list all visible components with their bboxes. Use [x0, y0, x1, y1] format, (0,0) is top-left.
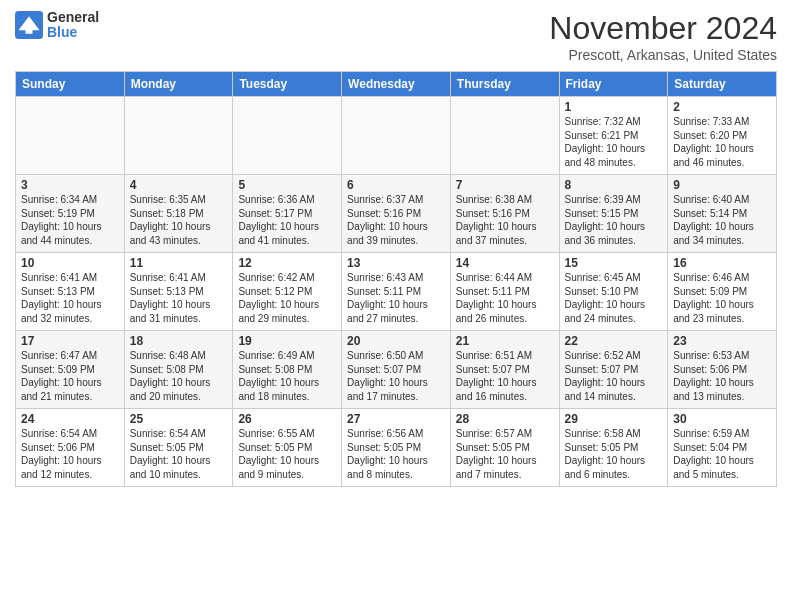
calendar-cell: 17Sunrise: 6:47 AM Sunset: 5:09 PM Dayli… [16, 331, 125, 409]
day-info: Sunrise: 6:37 AM Sunset: 5:16 PM Dayligh… [347, 193, 445, 247]
day-number: 29 [565, 412, 663, 426]
day-info: Sunrise: 6:35 AM Sunset: 5:18 PM Dayligh… [130, 193, 228, 247]
weekday-header-monday: Monday [124, 72, 233, 97]
day-info: Sunrise: 6:47 AM Sunset: 5:09 PM Dayligh… [21, 349, 119, 403]
page: General Blue November 2024 Prescott, Ark… [0, 0, 792, 497]
day-info: Sunrise: 6:59 AM Sunset: 5:04 PM Dayligh… [673, 427, 771, 481]
calendar-cell: 28Sunrise: 6:57 AM Sunset: 5:05 PM Dayli… [450, 409, 559, 487]
day-number: 1 [565, 100, 663, 114]
day-info: Sunrise: 6:42 AM Sunset: 5:12 PM Dayligh… [238, 271, 336, 325]
day-number: 14 [456, 256, 554, 270]
day-number: 5 [238, 178, 336, 192]
day-info: Sunrise: 6:48 AM Sunset: 5:08 PM Dayligh… [130, 349, 228, 403]
day-info: Sunrise: 6:36 AM Sunset: 5:17 PM Dayligh… [238, 193, 336, 247]
calendar-cell: 11Sunrise: 6:41 AM Sunset: 5:13 PM Dayli… [124, 253, 233, 331]
day-number: 18 [130, 334, 228, 348]
day-info: Sunrise: 6:49 AM Sunset: 5:08 PM Dayligh… [238, 349, 336, 403]
day-info: Sunrise: 6:43 AM Sunset: 5:11 PM Dayligh… [347, 271, 445, 325]
calendar-cell: 7Sunrise: 6:38 AM Sunset: 5:16 PM Daylig… [450, 175, 559, 253]
day-number: 21 [456, 334, 554, 348]
calendar-cell [342, 97, 451, 175]
calendar-cell: 4Sunrise: 6:35 AM Sunset: 5:18 PM Daylig… [124, 175, 233, 253]
day-info: Sunrise: 6:58 AM Sunset: 5:05 PM Dayligh… [565, 427, 663, 481]
calendar-cell: 16Sunrise: 6:46 AM Sunset: 5:09 PM Dayli… [668, 253, 777, 331]
calendar-cell: 12Sunrise: 6:42 AM Sunset: 5:12 PM Dayli… [233, 253, 342, 331]
week-row-2: 3Sunrise: 6:34 AM Sunset: 5:19 PM Daylig… [16, 175, 777, 253]
day-info: Sunrise: 7:32 AM Sunset: 6:21 PM Dayligh… [565, 115, 663, 169]
calendar-cell: 5Sunrise: 6:36 AM Sunset: 5:17 PM Daylig… [233, 175, 342, 253]
calendar-cell: 13Sunrise: 6:43 AM Sunset: 5:11 PM Dayli… [342, 253, 451, 331]
week-row-1: 1Sunrise: 7:32 AM Sunset: 6:21 PM Daylig… [16, 97, 777, 175]
calendar-cell [233, 97, 342, 175]
day-info: Sunrise: 6:57 AM Sunset: 5:05 PM Dayligh… [456, 427, 554, 481]
calendar-cell: 3Sunrise: 6:34 AM Sunset: 5:19 PM Daylig… [16, 175, 125, 253]
day-info: Sunrise: 6:46 AM Sunset: 5:09 PM Dayligh… [673, 271, 771, 325]
weekday-header-thursday: Thursday [450, 72, 559, 97]
day-info: Sunrise: 6:40 AM Sunset: 5:14 PM Dayligh… [673, 193, 771, 247]
calendar-cell: 1Sunrise: 7:32 AM Sunset: 6:21 PM Daylig… [559, 97, 668, 175]
calendar-cell: 30Sunrise: 6:59 AM Sunset: 5:04 PM Dayli… [668, 409, 777, 487]
day-number: 2 [673, 100, 771, 114]
weekday-header-sunday: Sunday [16, 72, 125, 97]
day-info: Sunrise: 6:45 AM Sunset: 5:10 PM Dayligh… [565, 271, 663, 325]
logo-icon [15, 11, 43, 39]
calendar-cell: 2Sunrise: 7:33 AM Sunset: 6:20 PM Daylig… [668, 97, 777, 175]
calendar-cell: 20Sunrise: 6:50 AM Sunset: 5:07 PM Dayli… [342, 331, 451, 409]
calendar-cell: 27Sunrise: 6:56 AM Sunset: 5:05 PM Dayli… [342, 409, 451, 487]
calendar-cell [450, 97, 559, 175]
calendar-cell: 22Sunrise: 6:52 AM Sunset: 5:07 PM Dayli… [559, 331, 668, 409]
calendar-table: SundayMondayTuesdayWednesdayThursdayFrid… [15, 71, 777, 487]
day-info: Sunrise: 6:53 AM Sunset: 5:06 PM Dayligh… [673, 349, 771, 403]
day-number: 16 [673, 256, 771, 270]
calendar-cell: 25Sunrise: 6:54 AM Sunset: 5:05 PM Dayli… [124, 409, 233, 487]
day-info: Sunrise: 6:56 AM Sunset: 5:05 PM Dayligh… [347, 427, 445, 481]
logo: General Blue [15, 10, 99, 41]
day-number: 9 [673, 178, 771, 192]
day-number: 24 [21, 412, 119, 426]
day-number: 23 [673, 334, 771, 348]
calendar-cell: 8Sunrise: 6:39 AM Sunset: 5:15 PM Daylig… [559, 175, 668, 253]
day-number: 11 [130, 256, 228, 270]
day-number: 8 [565, 178, 663, 192]
calendar-header: SundayMondayTuesdayWednesdayThursdayFrid… [16, 72, 777, 97]
day-number: 17 [21, 334, 119, 348]
weekday-header-friday: Friday [559, 72, 668, 97]
day-number: 26 [238, 412, 336, 426]
calendar-cell [124, 97, 233, 175]
day-info: Sunrise: 6:44 AM Sunset: 5:11 PM Dayligh… [456, 271, 554, 325]
weekday-header-saturday: Saturday [668, 72, 777, 97]
calendar-cell: 14Sunrise: 6:44 AM Sunset: 5:11 PM Dayli… [450, 253, 559, 331]
day-info: Sunrise: 6:34 AM Sunset: 5:19 PM Dayligh… [21, 193, 119, 247]
day-number: 22 [565, 334, 663, 348]
month-title: November 2024 [549, 10, 777, 47]
calendar-cell: 15Sunrise: 6:45 AM Sunset: 5:10 PM Dayli… [559, 253, 668, 331]
calendar-cell: 10Sunrise: 6:41 AM Sunset: 5:13 PM Dayli… [16, 253, 125, 331]
day-number: 15 [565, 256, 663, 270]
day-number: 27 [347, 412, 445, 426]
day-info: Sunrise: 6:41 AM Sunset: 5:13 PM Dayligh… [21, 271, 119, 325]
calendar-cell: 29Sunrise: 6:58 AM Sunset: 5:05 PM Dayli… [559, 409, 668, 487]
day-info: Sunrise: 6:41 AM Sunset: 5:13 PM Dayligh… [130, 271, 228, 325]
day-number: 10 [21, 256, 119, 270]
day-number: 4 [130, 178, 228, 192]
day-number: 3 [21, 178, 119, 192]
logo-blue-text: Blue [47, 25, 99, 40]
calendar-body: 1Sunrise: 7:32 AM Sunset: 6:21 PM Daylig… [16, 97, 777, 487]
svg-rect-2 [26, 29, 33, 34]
weekday-header-wednesday: Wednesday [342, 72, 451, 97]
calendar-cell: 26Sunrise: 6:55 AM Sunset: 5:05 PM Dayli… [233, 409, 342, 487]
calendar-cell: 23Sunrise: 6:53 AM Sunset: 5:06 PM Dayli… [668, 331, 777, 409]
calendar-cell: 21Sunrise: 6:51 AM Sunset: 5:07 PM Dayli… [450, 331, 559, 409]
day-number: 20 [347, 334, 445, 348]
week-row-4: 17Sunrise: 6:47 AM Sunset: 5:09 PM Dayli… [16, 331, 777, 409]
logo-general-text: General [47, 10, 99, 25]
calendar-cell: 18Sunrise: 6:48 AM Sunset: 5:08 PM Dayli… [124, 331, 233, 409]
title-block: November 2024 Prescott, Arkansas, United… [549, 10, 777, 63]
location: Prescott, Arkansas, United States [549, 47, 777, 63]
logo-text: General Blue [47, 10, 99, 41]
day-info: Sunrise: 6:50 AM Sunset: 5:07 PM Dayligh… [347, 349, 445, 403]
week-row-3: 10Sunrise: 6:41 AM Sunset: 5:13 PM Dayli… [16, 253, 777, 331]
calendar-cell: 24Sunrise: 6:54 AM Sunset: 5:06 PM Dayli… [16, 409, 125, 487]
calendar-cell [16, 97, 125, 175]
day-number: 19 [238, 334, 336, 348]
